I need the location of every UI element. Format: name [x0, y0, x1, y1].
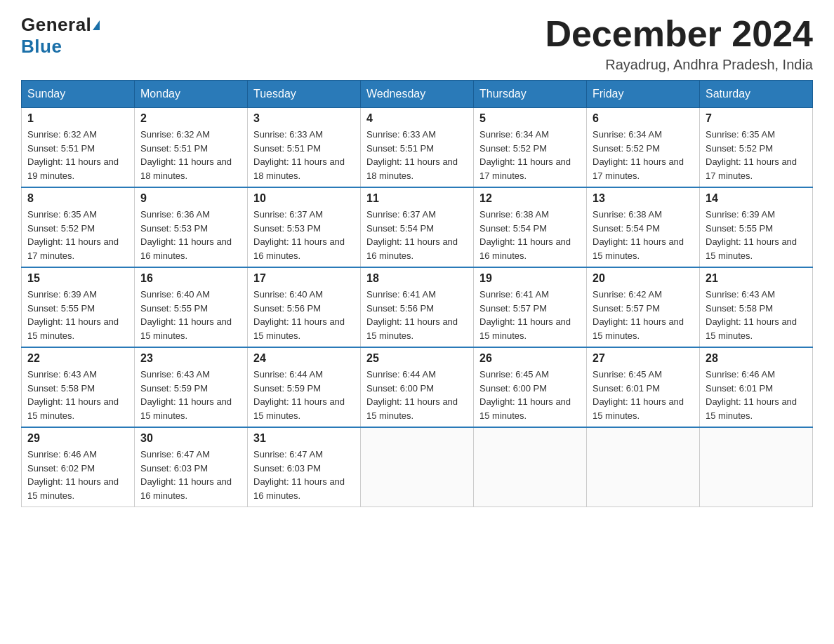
- day-info: Sunrise: 6:47 AMSunset: 6:03 PMDaylight:…: [140, 448, 241, 502]
- calendar-cell: 26Sunrise: 6:45 AMSunset: 6:00 PMDayligh…: [474, 347, 587, 427]
- calendar-cell: 15Sunrise: 6:39 AMSunset: 5:55 PMDayligh…: [22, 267, 135, 347]
- day-number: 27: [593, 352, 694, 365]
- day-number: 7: [706, 112, 807, 125]
- day-info: Sunrise: 6:45 AMSunset: 6:01 PMDaylight:…: [593, 368, 694, 422]
- calendar-cell: 8Sunrise: 6:35 AMSunset: 5:52 PMDaylight…: [22, 187, 135, 267]
- calendar-title: December 2024: [545, 14, 813, 54]
- calendar-cell: 23Sunrise: 6:43 AMSunset: 5:59 PMDayligh…: [135, 347, 248, 427]
- calendar-cell: 27Sunrise: 6:45 AMSunset: 6:01 PMDayligh…: [587, 347, 700, 427]
- day-info: Sunrise: 6:41 AMSunset: 5:57 PMDaylight:…: [479, 288, 581, 342]
- day-info: Sunrise: 6:47 AMSunset: 6:03 PMDaylight:…: [253, 448, 355, 502]
- day-info: Sunrise: 6:40 AMSunset: 5:56 PMDaylight:…: [253, 288, 355, 342]
- page-header: General Blue December 2024 Rayadrug, And…: [21, 14, 813, 73]
- day-number: 6: [593, 112, 694, 125]
- calendar-cell: 22Sunrise: 6:43 AMSunset: 5:58 PMDayligh…: [22, 347, 135, 427]
- day-number: 18: [366, 272, 468, 285]
- day-number: 8: [27, 192, 128, 205]
- calendar-cell: [474, 427, 587, 507]
- day-number: 9: [140, 192, 241, 205]
- calendar-table: SundayMondayTuesdayWednesdayThursdayFrid…: [21, 80, 813, 507]
- day-number: 14: [706, 192, 807, 205]
- day-info: Sunrise: 6:45 AMSunset: 6:00 PMDaylight:…: [479, 368, 581, 422]
- day-info: Sunrise: 6:34 AMSunset: 5:52 PMDaylight:…: [479, 128, 581, 182]
- calendar-cell: 10Sunrise: 6:37 AMSunset: 5:53 PMDayligh…: [248, 187, 361, 267]
- day-info: Sunrise: 6:37 AMSunset: 5:54 PMDaylight:…: [366, 208, 468, 262]
- day-info: Sunrise: 6:40 AMSunset: 5:55 PMDaylight:…: [140, 288, 241, 342]
- logo-blue-text: Blue: [21, 36, 62, 58]
- weekday-header-sunday: Sunday: [22, 81, 135, 108]
- day-info: Sunrise: 6:36 AMSunset: 5:53 PMDaylight:…: [140, 208, 241, 262]
- calendar-subtitle: Rayadrug, Andhra Pradesh, India: [545, 57, 813, 73]
- day-number: 25: [366, 352, 468, 365]
- day-number: 31: [253, 432, 355, 445]
- day-info: Sunrise: 6:33 AMSunset: 5:51 PMDaylight:…: [366, 128, 468, 182]
- week-row-3: 15Sunrise: 6:39 AMSunset: 5:55 PMDayligh…: [22, 267, 813, 347]
- day-number: 24: [253, 352, 355, 365]
- day-number: 1: [27, 112, 128, 125]
- day-number: 22: [27, 352, 128, 365]
- weekday-header-wednesday: Wednesday: [361, 81, 474, 108]
- weekday-header-row: SundayMondayTuesdayWednesdayThursdayFrid…: [22, 81, 813, 108]
- calendar-cell: 18Sunrise: 6:41 AMSunset: 5:56 PMDayligh…: [361, 267, 474, 347]
- day-info: Sunrise: 6:46 AMSunset: 6:01 PMDaylight:…: [706, 368, 807, 422]
- calendar-cell: 21Sunrise: 6:43 AMSunset: 5:58 PMDayligh…: [700, 267, 813, 347]
- day-info: Sunrise: 6:46 AMSunset: 6:02 PMDaylight:…: [27, 448, 128, 502]
- weekday-header-monday: Monday: [135, 81, 248, 108]
- calendar-cell: [361, 427, 474, 507]
- calendar-cell: 2Sunrise: 6:32 AMSunset: 5:51 PMDaylight…: [135, 108, 248, 188]
- week-row-2: 8Sunrise: 6:35 AMSunset: 5:52 PMDaylight…: [22, 187, 813, 267]
- week-row-1: 1Sunrise: 6:32 AMSunset: 5:51 PMDaylight…: [22, 108, 813, 188]
- day-number: 23: [140, 352, 241, 365]
- calendar-cell: 9Sunrise: 6:36 AMSunset: 5:53 PMDaylight…: [135, 187, 248, 267]
- day-info: Sunrise: 6:38 AMSunset: 5:54 PMDaylight:…: [593, 208, 694, 262]
- day-number: 21: [706, 272, 807, 285]
- day-number: 20: [593, 272, 694, 285]
- calendar-cell: [700, 427, 813, 507]
- logo: General Blue: [21, 14, 100, 58]
- day-info: Sunrise: 6:43 AMSunset: 5:59 PMDaylight:…: [140, 368, 241, 422]
- calendar-cell: 14Sunrise: 6:39 AMSunset: 5:55 PMDayligh…: [700, 187, 813, 267]
- day-number: 28: [706, 352, 807, 365]
- calendar-cell: 31Sunrise: 6:47 AMSunset: 6:03 PMDayligh…: [248, 427, 361, 507]
- day-number: 13: [593, 192, 694, 205]
- day-info: Sunrise: 6:39 AMSunset: 5:55 PMDaylight:…: [27, 288, 128, 342]
- day-info: Sunrise: 6:44 AMSunset: 6:00 PMDaylight:…: [366, 368, 468, 422]
- day-number: 5: [479, 112, 581, 125]
- calendar-cell: 7Sunrise: 6:35 AMSunset: 5:52 PMDaylight…: [700, 108, 813, 188]
- logo-triangle-icon: [93, 20, 100, 30]
- day-number: 3: [253, 112, 355, 125]
- calendar-cell: 6Sunrise: 6:34 AMSunset: 5:52 PMDaylight…: [587, 108, 700, 188]
- calendar-cell: 24Sunrise: 6:44 AMSunset: 5:59 PMDayligh…: [248, 347, 361, 427]
- day-number: 17: [253, 272, 355, 285]
- day-info: Sunrise: 6:37 AMSunset: 5:53 PMDaylight:…: [253, 208, 355, 262]
- day-number: 19: [479, 272, 581, 285]
- week-row-5: 29Sunrise: 6:46 AMSunset: 6:02 PMDayligh…: [22, 427, 813, 507]
- day-number: 15: [27, 272, 128, 285]
- calendar-cell: 16Sunrise: 6:40 AMSunset: 5:55 PMDayligh…: [135, 267, 248, 347]
- calendar-cell: 3Sunrise: 6:33 AMSunset: 5:51 PMDaylight…: [248, 108, 361, 188]
- calendar-cell: 20Sunrise: 6:42 AMSunset: 5:57 PMDayligh…: [587, 267, 700, 347]
- day-number: 11: [366, 192, 468, 205]
- calendar-cell: 28Sunrise: 6:46 AMSunset: 6:01 PMDayligh…: [700, 347, 813, 427]
- day-info: Sunrise: 6:35 AMSunset: 5:52 PMDaylight:…: [706, 128, 807, 182]
- title-block: December 2024 Rayadrug, Andhra Pradesh, …: [545, 14, 813, 73]
- calendar-cell: 25Sunrise: 6:44 AMSunset: 6:00 PMDayligh…: [361, 347, 474, 427]
- day-info: Sunrise: 6:38 AMSunset: 5:54 PMDaylight:…: [479, 208, 581, 262]
- calendar-cell: [587, 427, 700, 507]
- day-info: Sunrise: 6:41 AMSunset: 5:56 PMDaylight:…: [366, 288, 468, 342]
- day-info: Sunrise: 6:34 AMSunset: 5:52 PMDaylight:…: [593, 128, 694, 182]
- day-info: Sunrise: 6:32 AMSunset: 5:51 PMDaylight:…: [140, 128, 241, 182]
- calendar-cell: 30Sunrise: 6:47 AMSunset: 6:03 PMDayligh…: [135, 427, 248, 507]
- day-number: 12: [479, 192, 581, 205]
- day-info: Sunrise: 6:44 AMSunset: 5:59 PMDaylight:…: [253, 368, 355, 422]
- day-info: Sunrise: 6:42 AMSunset: 5:57 PMDaylight:…: [593, 288, 694, 342]
- day-info: Sunrise: 6:32 AMSunset: 5:51 PMDaylight:…: [27, 128, 128, 182]
- calendar-cell: 17Sunrise: 6:40 AMSunset: 5:56 PMDayligh…: [248, 267, 361, 347]
- calendar-cell: 12Sunrise: 6:38 AMSunset: 5:54 PMDayligh…: [474, 187, 587, 267]
- calendar-cell: 13Sunrise: 6:38 AMSunset: 5:54 PMDayligh…: [587, 187, 700, 267]
- day-number: 4: [366, 112, 468, 125]
- calendar-cell: 5Sunrise: 6:34 AMSunset: 5:52 PMDaylight…: [474, 108, 587, 188]
- day-info: Sunrise: 6:43 AMSunset: 5:58 PMDaylight:…: [706, 288, 807, 342]
- day-info: Sunrise: 6:35 AMSunset: 5:52 PMDaylight:…: [27, 208, 128, 262]
- day-info: Sunrise: 6:33 AMSunset: 5:51 PMDaylight:…: [253, 128, 355, 182]
